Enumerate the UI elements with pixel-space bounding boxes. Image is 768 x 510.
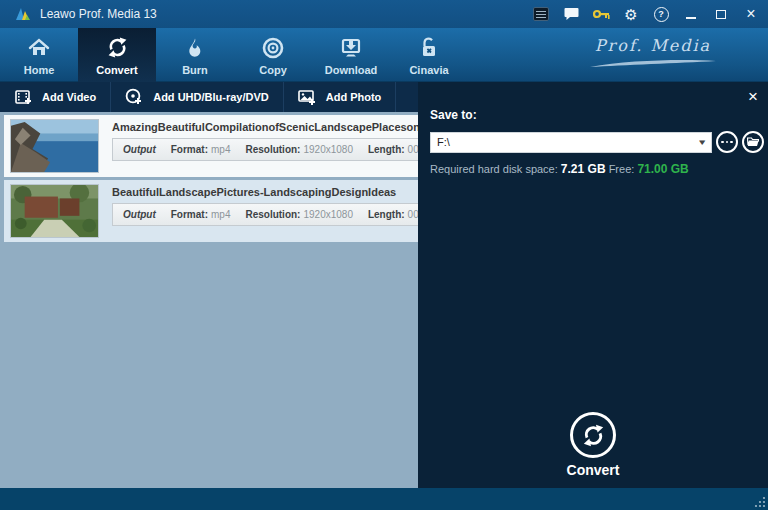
convert-action: Convert [418, 412, 768, 478]
maximize-button[interactable] [712, 5, 730, 23]
tab-convert-label: Convert [96, 64, 138, 76]
browse-ellipsis-button[interactable] [716, 131, 738, 153]
resize-grip[interactable] [753, 495, 766, 508]
register-key-icon[interactable] [592, 5, 610, 23]
tab-cinavia-label: Cinavia [409, 64, 448, 76]
settings-gear-icon[interactable]: ⚙ [622, 5, 640, 23]
add-video-label: Add Video [42, 91, 96, 103]
app-logo-icon [14, 6, 32, 22]
add-uhd-bluray-dvd-label: Add UHD/Blu-ray/DVD [153, 91, 269, 103]
free-space-label: Free: [609, 163, 635, 175]
required-space-label: Required hard disk space: [430, 163, 558, 175]
file-list-pane: Add Video Add UHD/Blu-ray/DVD Add Photo [0, 82, 418, 488]
convert-icon [104, 35, 130, 61]
ellipsis-icon [721, 141, 733, 144]
add-photo-icon [298, 88, 316, 106]
output-info-bar[interactable]: Output Format:mp4 Resolution:1920x1080 L… [112, 138, 418, 161]
required-space-value: 7.21 GB [561, 162, 606, 176]
tab-convert[interactable]: Convert [78, 28, 156, 82]
main-navigation: Home Convert Burn Copy Download [0, 28, 768, 82]
window-title: Leawo Prof. Media 13 [40, 7, 157, 21]
tab-copy-label: Copy [259, 64, 287, 76]
video-thumbnail [10, 184, 99, 238]
save-path-dropdown[interactable]: F:\ ▾ [430, 132, 712, 153]
add-video-button[interactable]: Add Video [0, 82, 111, 112]
tab-download[interactable]: Download [312, 28, 390, 82]
convert-arrows-icon [580, 422, 607, 449]
tab-copy[interactable]: Copy [234, 28, 312, 82]
help-icon[interactable]: ? [652, 5, 670, 23]
cinavia-unlock-icon [416, 35, 442, 61]
output-info-bar[interactable]: Output Format:mp4 Resolution:1920x1080 L… [112, 203, 418, 226]
titlebar: Leawo Prof. Media 13 ⚙ ? × [0, 0, 768, 28]
disk-space-info: Required hard disk space: 7.21 GB Free: … [430, 162, 768, 176]
add-photo-button[interactable]: Add Photo [284, 82, 397, 112]
brand-swoosh [588, 59, 718, 69]
tab-cinavia[interactable]: Cinavia [390, 28, 468, 82]
open-folder-button[interactable] [742, 131, 764, 153]
convert-settings-panel: × Save to: F:\ ▾ Required hard disk spac… [418, 82, 768, 488]
brand-logo: Prof. Media [588, 36, 718, 73]
tab-burn[interactable]: Burn [156, 28, 234, 82]
add-video-icon [14, 88, 32, 106]
output-label: Output [123, 144, 156, 155]
video-title: AmazingBeautifulCompilationofScenicLands… [112, 121, 418, 133]
list-item[interactable]: BeautifulLandscapePictures-LandscapingDe… [4, 180, 418, 242]
tab-download-label: Download [325, 64, 378, 76]
feedback-icon[interactable] [562, 5, 580, 23]
convert-button[interactable] [570, 412, 616, 458]
convert-button-label[interactable]: Convert [418, 462, 768, 478]
download-icon [338, 35, 364, 61]
copy-disc-icon [260, 35, 286, 61]
tab-home-label: Home [24, 64, 55, 76]
add-uhd-bluray-dvd-button[interactable]: Add UHD/Blu-ray/DVD [111, 82, 284, 112]
tab-home[interactable]: Home [0, 28, 78, 82]
statusbar [0, 488, 768, 510]
folder-icon [747, 137, 759, 147]
video-title: BeautifulLandscapePictures-LandscapingDe… [112, 186, 418, 198]
video-thumbnail [10, 119, 99, 173]
add-disc-icon [125, 88, 143, 106]
add-toolbar: Add Video Add UHD/Blu-ray/DVD Add Photo [0, 82, 418, 112]
save-path-value: F:\ [437, 136, 700, 148]
app-window: Leawo Prof. Media 13 ⚙ ? × Home [0, 0, 768, 510]
burn-icon [182, 35, 208, 61]
brand-text: Prof. Media [588, 36, 718, 55]
panel-close-icon[interactable]: × [748, 88, 758, 105]
close-button[interactable]: × [742, 5, 760, 23]
hardware-acceleration-icon[interactable] [532, 5, 550, 23]
add-photo-label: Add Photo [326, 91, 382, 103]
chevron-down-icon: ▾ [700, 137, 706, 147]
save-to-label: Save to: [430, 108, 768, 122]
free-space-value: 71.00 GB [637, 162, 688, 176]
output-label: Output [123, 209, 156, 220]
home-icon [26, 35, 52, 61]
video-list: AmazingBeautifulCompilationofScenicLands… [0, 112, 418, 488]
minimize-button[interactable] [682, 5, 700, 23]
tab-burn-label: Burn [182, 64, 208, 76]
list-item[interactable]: AmazingBeautifulCompilationofScenicLands… [4, 115, 418, 177]
